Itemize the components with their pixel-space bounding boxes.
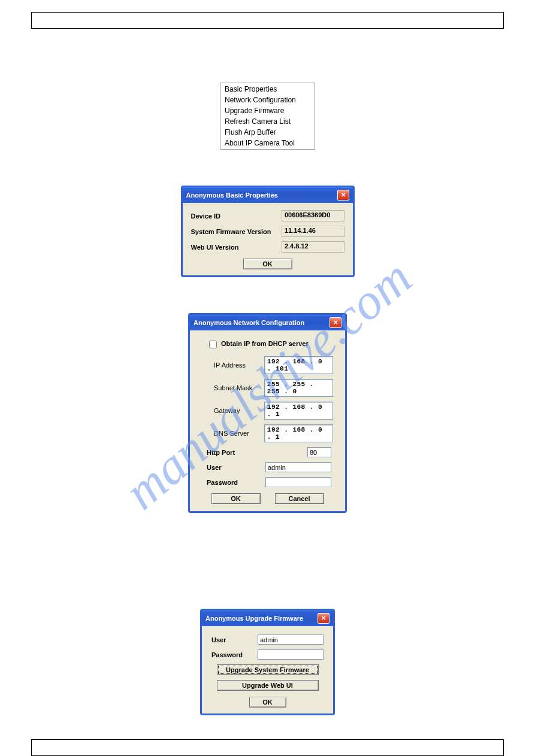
close-icon[interactable] [330, 317, 341, 328]
value-webui-version: 2.4.8.12 [282, 241, 344, 253]
menu-item-network-configuration[interactable]: Network Configuration [221, 95, 314, 105]
label-firmware-version: System Firmware Version [191, 228, 282, 235]
value-firmware-version: 11.14.1.46 [282, 226, 344, 237]
input-password[interactable] [258, 649, 324, 660]
ok-button[interactable]: OK [249, 697, 286, 708]
title-text: Anonymous Network Configuration [194, 319, 304, 326]
input-ip-address[interactable]: 192 . 168 . 0 . 101 [264, 356, 333, 374]
ok-button[interactable]: OK [243, 259, 292, 269]
title-text: Anonymous Upgrade Firmware [205, 615, 303, 622]
label-user: User [211, 636, 258, 643]
title-text: Anonymous Basic Properties [186, 192, 278, 199]
label-ip-address: IP Address [214, 362, 264, 369]
input-gateway[interactable]: 192 . 168 . 0 . 1 [264, 402, 333, 420]
dhcp-checkbox[interactable] [209, 341, 217, 348]
menu-item-basic-properties[interactable]: Basic Properties [221, 84, 314, 95]
menu-item-refresh-camera-list[interactable]: Refresh Camera List [221, 116, 314, 127]
menu-item-upgrade-firmware[interactable]: Upgrade Firmware [221, 105, 314, 116]
label-device-id: Device ID [191, 212, 282, 220]
titlebar-network: Anonymous Network Configuration [190, 315, 345, 330]
menu-item-about[interactable]: About IP Camera Tool [221, 138, 314, 148]
dialog-basic-properties: Anonymous Basic Properties Device ID 006… [181, 186, 355, 277]
cancel-button[interactable]: Cancel [275, 493, 324, 504]
page-header-rule [31, 12, 504, 29]
ok-button[interactable]: OK [211, 493, 261, 504]
upgrade-system-firmware-button[interactable]: Upgrade System Firmware [217, 664, 319, 675]
input-http-port[interactable] [307, 447, 331, 457]
input-user[interactable] [258, 634, 324, 645]
close-icon[interactable] [337, 190, 349, 201]
label-subnet-mask: Subnet Mask [214, 384, 264, 391]
label-password: Password [207, 479, 265, 486]
menu-item-flush-arp-buffer[interactable]: Flush Arp Buffer [221, 127, 314, 138]
label-user: User [207, 464, 265, 471]
dialog-upgrade-firmware: Anonymous Upgrade Firmware User Password… [200, 609, 335, 715]
context-menu: Basic Properties Network Configuration U… [220, 83, 315, 150]
upgrade-web-ui-button[interactable]: Upgrade Web UI [217, 680, 319, 691]
dhcp-label: Obtain IP from DHCP server [221, 340, 309, 347]
label-gateway: Gateway [214, 407, 264, 414]
input-dns-server[interactable]: 192 . 168 . 0 . 1 [264, 424, 333, 442]
page-footer-rule [31, 739, 504, 756]
input-user[interactable] [265, 462, 331, 472]
label-dns-server: DNS Server [214, 430, 264, 437]
input-password[interactable] [265, 477, 331, 487]
label-http-port: Http Port [207, 449, 265, 456]
label-password: Password [211, 651, 258, 658]
titlebar-upgrade: Anonymous Upgrade Firmware [202, 611, 333, 626]
value-device-id: 00606E8369D0 [282, 210, 344, 221]
input-subnet-mask[interactable]: 255 . 255 . 255 . 0 [264, 379, 333, 397]
dialog-network-configuration: Anonymous Network Configuration Obtain I… [188, 313, 347, 513]
titlebar-basic: Anonymous Basic Properties [183, 187, 353, 203]
close-icon[interactable] [318, 613, 330, 624]
label-webui-version: Web UI Version [191, 244, 282, 251]
